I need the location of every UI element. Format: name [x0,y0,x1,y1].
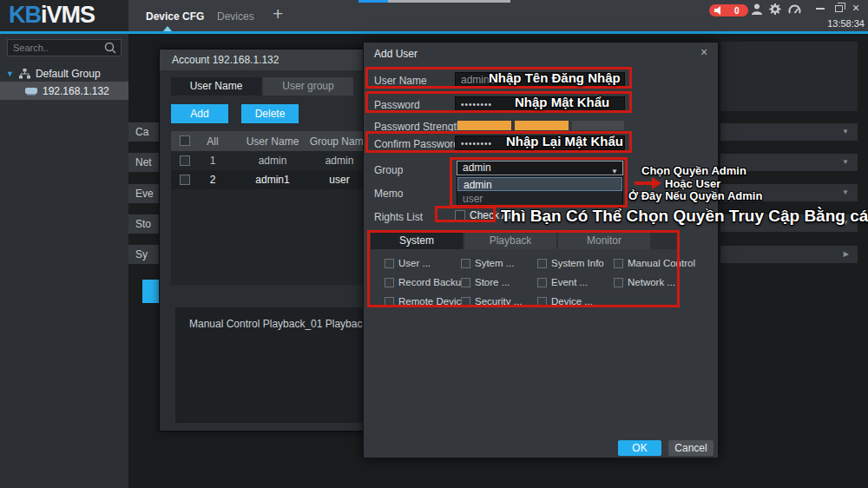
logo-kb: KB [9,2,41,28]
close-window-button[interactable]: × [852,1,859,15]
strength-bar-3 [572,121,624,130]
row-index: 1 [195,151,230,170]
logo-strip: KBiVMS [0,0,128,31]
close-icon[interactable]: × [700,45,707,59]
category-tab-camera[interactable]: Ca [128,122,161,142]
alarm-count: 0 [734,6,740,16]
device-name: 192.168.1.132 [43,85,109,97]
tab-device-cfg[interactable]: Device CFG [146,10,204,23]
row-user-name: admin1 [238,170,307,189]
search-box [7,39,122,56]
right-accordion-5[interactable]: ▶ [720,246,858,263]
tab-user-group[interactable]: User group [263,77,353,96]
annotation-group-1: Chọn Quyền Admin [641,164,746,177]
accent-divider [0,31,868,34]
tab-user-name[interactable]: User Name [171,77,261,96]
row-checkbox[interactable] [180,175,190,185]
annotation-group-2: Hoặc User [665,177,720,190]
chevron-down-icon: ▼ [842,128,849,135]
row-checkbox[interactable] [180,155,190,166]
right-accordion-1[interactable]: ▼ [720,123,858,141]
tab-devices[interactable]: Devices [217,10,254,23]
highlight-box-group [450,157,628,208]
strength-bar-1 [457,121,511,130]
dialog-title: Add User [374,48,418,60]
group-name: Default Group [36,68,101,80]
tree-node-device[interactable]: 192.168.1.132 [0,82,128,100]
new-tab-button[interactable]: + [273,3,283,24]
group-icon [19,69,30,79]
red-arrow-icon [635,181,652,185]
annotation-password: Nhập Mật Khẩu [515,95,609,109]
tree-expand-icon[interactable]: ▼ [6,69,14,78]
minimize-button[interactable] [816,8,825,10]
gear-icon[interactable] [769,3,781,15]
chevron-down-icon: ▼ [842,158,849,166]
annotation-group-3: Ở Đây Nếu Quyền Admin [628,189,762,202]
annotation-rights: Thì Bạn Có Thể Chọn Quyền Truy Cập Bằng … [501,207,868,226]
row-index: 2 [195,170,230,189]
progress-artifact-blue [358,0,388,3]
category-tab-system[interactable]: Sy [128,245,161,264]
rights-list-label: Rights List [374,211,423,223]
highlight-box-check-all [435,206,496,222]
delete-button[interactable]: Delete [241,104,299,123]
alarm-badge[interactable]: 0 [709,4,748,16]
select-all-checkbox[interactable] [180,135,190,146]
header-all: All [195,131,230,151]
search-input[interactable] [8,43,104,53]
chevron-down-icon: ▼ [842,188,849,196]
device-icon [25,87,37,96]
memo-label: Memo [374,188,403,200]
group-label: Group [374,164,403,176]
strength-bar-2 [515,121,569,130]
category-tab-network[interactable]: Net [128,153,161,172]
performance-gauge-icon[interactable] [788,4,801,14]
ok-button[interactable]: OK [618,440,661,456]
annotation-user-name: Nhập Tên Đăng Nhập [489,70,621,85]
row-user-name: admin [238,151,307,170]
highlight-box-rights [367,230,680,307]
progress-artifact-gray [388,0,510,3]
title-bar: KBiVMS Device CFG Devices + 0 × 13:58:34 [0,0,868,31]
app-logo: KBiVMS [9,2,95,29]
speaker-icon [714,6,724,15]
device-tree-sidebar: ▼ Default Group 192.168.1.132 [0,34,128,488]
right-preview-panel [720,42,858,111]
annotation-confirm: Nhập Lại Mật Khẩu [506,134,623,148]
cancel-button[interactable]: Cancel [668,440,713,456]
user-icon[interactable] [752,3,762,15]
logo-ivms: iVMS [41,2,95,28]
account-window-title: Account 192.168.1.132 [172,54,279,66]
add-button[interactable]: Add [171,104,228,123]
tree-node-default-group[interactable]: ▼ Default Group [0,65,128,82]
category-tab-event[interactable]: Eve [128,184,161,203]
header-user-name: User Name [238,131,307,151]
app-window: KBiVMS Device CFG Devices + 0 × 13:58:34… [0,0,868,488]
clock: 13:58:34 [807,18,865,29]
chevron-right-icon: ▶ [844,250,849,258]
partially-hidden-button[interactable] [142,280,159,303]
restore-window-button[interactable] [835,5,843,12]
search-icon[interactable] [104,42,116,54]
active-tab-notch [163,26,172,31]
category-tab-storage[interactable]: Sto [128,214,161,234]
